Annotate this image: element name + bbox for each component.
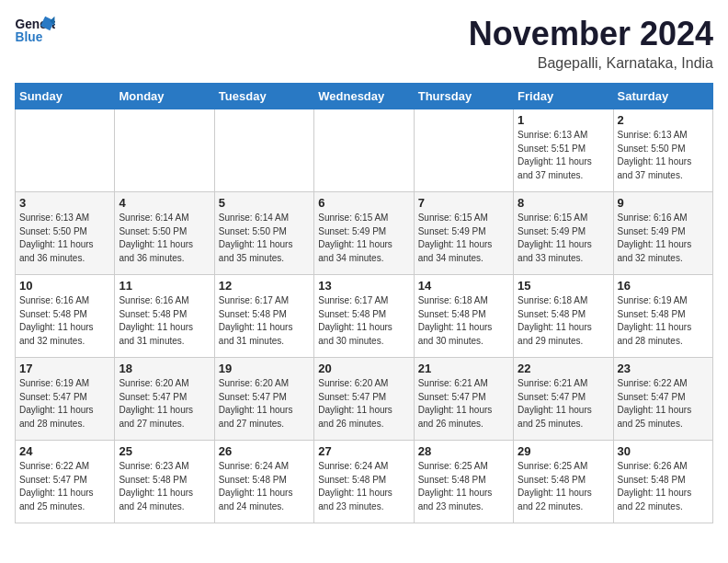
day-info: Sunrise: 6:20 AM Sunset: 5:47 PM Dayligh… [219,377,310,431]
page-header: General Blue November 2024 Bagepalli, Ka… [15,15,713,72]
location: Bagepalli, Karnataka, India [469,55,713,72]
calendar-cell [115,109,214,192]
calendar-cell: 14Sunrise: 6:18 AM Sunset: 5:48 PM Dayli… [414,275,513,358]
calendar-cell: 7Sunrise: 6:15 AM Sunset: 5:49 PM Daylig… [414,192,513,275]
calendar-cell: 2Sunrise: 6:13 AM Sunset: 5:50 PM Daylig… [613,109,712,192]
day-info: Sunrise: 6:25 AM Sunset: 5:48 PM Dayligh… [518,460,609,513]
calendar-body: 1Sunrise: 6:13 AM Sunset: 5:51 PM Daylig… [16,109,713,523]
day-number: 20 [318,362,409,375]
calendar-cell: 11Sunrise: 6:16 AM Sunset: 5:48 PM Dayli… [115,275,214,358]
day-info: Sunrise: 6:13 AM Sunset: 5:51 PM Dayligh… [518,129,609,182]
day-info: Sunrise: 6:15 AM Sunset: 5:49 PM Dayligh… [518,212,609,265]
day-info: Sunrise: 6:18 AM Sunset: 5:48 PM Dayligh… [518,294,609,348]
calendar-cell: 18Sunrise: 6:20 AM Sunset: 5:47 PM Dayli… [115,358,214,441]
calendar-table: SundayMondayTuesdayWednesdayThursdayFrid… [15,83,713,523]
day-number: 18 [119,362,210,375]
day-info: Sunrise: 6:18 AM Sunset: 5:48 PM Dayligh… [418,294,509,348]
calendar-cell: 1Sunrise: 6:13 AM Sunset: 5:51 PM Daylig… [514,109,613,192]
calendar-cell: 28Sunrise: 6:25 AM Sunset: 5:48 PM Dayli… [414,441,513,523]
day-number: 14 [418,279,509,293]
calendar-header: SundayMondayTuesdayWednesdayThursdayFrid… [16,84,713,109]
calendar-cell: 9Sunrise: 6:16 AM Sunset: 5:49 PM Daylig… [613,192,712,275]
weekday-header-tuesday: Tuesday [214,84,313,109]
calendar-cell: 21Sunrise: 6:21 AM Sunset: 5:47 PM Dayli… [414,358,513,441]
calendar-cell: 25Sunrise: 6:23 AM Sunset: 5:48 PM Dayli… [115,441,214,523]
day-number: 29 [518,444,609,458]
day-number: 7 [418,196,509,210]
day-number: 17 [19,362,110,375]
weekday-header-sunday: Sunday [16,84,115,109]
weekday-header-saturday: Saturday [613,84,712,109]
weekday-header-friday: Friday [514,84,613,109]
day-info: Sunrise: 6:26 AM Sunset: 5:48 PM Dayligh… [618,460,709,513]
day-info: Sunrise: 6:25 AM Sunset: 5:48 PM Dayligh… [418,460,509,513]
logo: General Blue [15,15,55,48]
day-number: 27 [318,444,409,458]
day-number: 13 [318,279,409,293]
day-info: Sunrise: 6:16 AM Sunset: 5:48 PM Dayligh… [119,294,210,348]
day-number: 30 [618,444,709,458]
calendar-cell: 19Sunrise: 6:20 AM Sunset: 5:47 PM Dayli… [214,358,313,441]
title-block: November 2024 Bagepalli, Karnataka, Indi… [469,15,713,72]
day-info: Sunrise: 6:15 AM Sunset: 5:49 PM Dayligh… [318,212,409,265]
calendar-cell: 12Sunrise: 6:17 AM Sunset: 5:48 PM Dayli… [214,275,313,358]
day-number: 16 [618,279,709,293]
calendar-cell: 10Sunrise: 6:16 AM Sunset: 5:48 PM Dayli… [16,275,115,358]
weekday-row: SundayMondayTuesdayWednesdayThursdayFrid… [16,84,713,109]
calendar-week-1: 3Sunrise: 6:13 AM Sunset: 5:50 PM Daylig… [16,192,713,275]
day-info: Sunrise: 6:15 AM Sunset: 5:49 PM Dayligh… [418,212,509,265]
calendar-cell: 13Sunrise: 6:17 AM Sunset: 5:48 PM Dayli… [314,275,414,358]
calendar-cell [16,109,115,192]
day-number: 4 [119,196,210,210]
day-number: 11 [119,279,210,293]
weekday-header-wednesday: Wednesday [314,84,414,109]
day-info: Sunrise: 6:13 AM Sunset: 5:50 PM Dayligh… [19,212,110,265]
day-info: Sunrise: 6:14 AM Sunset: 5:50 PM Dayligh… [219,212,310,265]
calendar-week-2: 10Sunrise: 6:16 AM Sunset: 5:48 PM Dayli… [16,275,713,358]
calendar-week-0: 1Sunrise: 6:13 AM Sunset: 5:51 PM Daylig… [16,109,713,192]
day-number: 24 [19,444,110,458]
calendar-cell [314,109,414,192]
day-number: 1 [518,113,609,127]
day-info: Sunrise: 6:21 AM Sunset: 5:47 PM Dayligh… [418,377,509,431]
logo-icon: General Blue [15,15,55,48]
day-number: 28 [418,444,509,458]
calendar-cell: 5Sunrise: 6:14 AM Sunset: 5:50 PM Daylig… [214,192,313,275]
calendar-week-4: 24Sunrise: 6:22 AM Sunset: 5:47 PM Dayli… [16,441,713,523]
day-info: Sunrise: 6:20 AM Sunset: 5:47 PM Dayligh… [119,377,210,431]
day-number: 21 [418,362,509,375]
calendar-cell [214,109,313,192]
day-info: Sunrise: 6:19 AM Sunset: 5:47 PM Dayligh… [19,377,110,431]
weekday-header-thursday: Thursday [414,84,513,109]
day-number: 25 [119,444,210,458]
day-info: Sunrise: 6:20 AM Sunset: 5:47 PM Dayligh… [318,377,409,431]
day-info: Sunrise: 6:24 AM Sunset: 5:48 PM Dayligh… [219,460,310,513]
calendar-cell: 6Sunrise: 6:15 AM Sunset: 5:49 PM Daylig… [314,192,414,275]
calendar-cell: 17Sunrise: 6:19 AM Sunset: 5:47 PM Dayli… [16,358,115,441]
calendar-cell: 4Sunrise: 6:14 AM Sunset: 5:50 PM Daylig… [115,192,214,275]
day-info: Sunrise: 6:16 AM Sunset: 5:49 PM Dayligh… [618,212,709,265]
day-info: Sunrise: 6:17 AM Sunset: 5:48 PM Dayligh… [219,294,310,348]
day-number: 2 [618,113,709,127]
calendar-cell: 16Sunrise: 6:19 AM Sunset: 5:48 PM Dayli… [613,275,712,358]
day-info: Sunrise: 6:13 AM Sunset: 5:50 PM Dayligh… [618,129,709,182]
day-number: 15 [518,279,609,293]
day-number: 3 [19,196,110,210]
day-number: 23 [618,362,709,375]
day-number: 19 [219,362,310,375]
calendar-cell: 3Sunrise: 6:13 AM Sunset: 5:50 PM Daylig… [16,192,115,275]
month-title: November 2024 [469,15,713,53]
day-number: 5 [219,196,310,210]
svg-text:Blue: Blue [16,30,43,44]
calendar-cell: 24Sunrise: 6:22 AM Sunset: 5:47 PM Dayli… [16,441,115,523]
calendar-cell: 27Sunrise: 6:24 AM Sunset: 5:48 PM Dayli… [314,441,414,523]
day-info: Sunrise: 6:21 AM Sunset: 5:47 PM Dayligh… [518,377,609,431]
calendar-cell: 20Sunrise: 6:20 AM Sunset: 5:47 PM Dayli… [314,358,414,441]
calendar-cell: 30Sunrise: 6:26 AM Sunset: 5:48 PM Dayli… [613,441,712,523]
day-number: 8 [518,196,609,210]
day-info: Sunrise: 6:16 AM Sunset: 5:48 PM Dayligh… [19,294,110,348]
calendar-cell: 23Sunrise: 6:22 AM Sunset: 5:47 PM Dayli… [613,358,712,441]
day-info: Sunrise: 6:19 AM Sunset: 5:48 PM Dayligh… [618,294,709,348]
calendar-cell: 22Sunrise: 6:21 AM Sunset: 5:47 PM Dayli… [514,358,613,441]
page-container: General Blue November 2024 Bagepalli, Ka… [0,0,728,533]
